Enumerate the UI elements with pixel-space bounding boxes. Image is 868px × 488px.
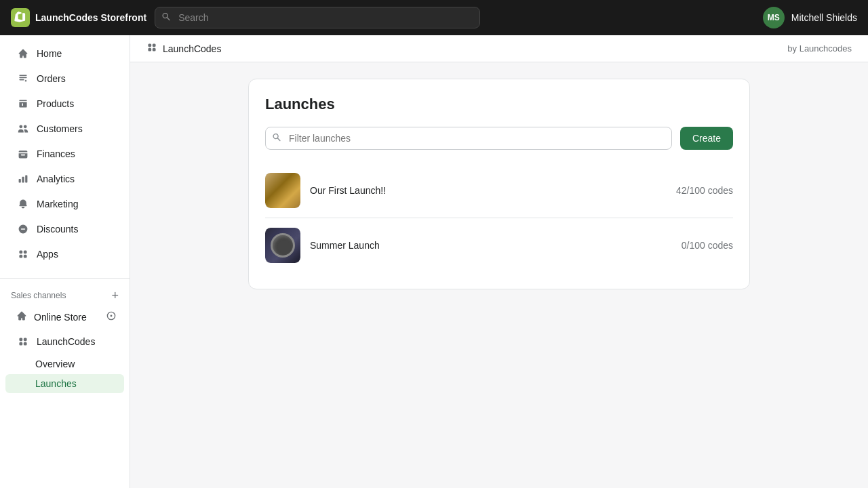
launch-thumbnail-2 — [265, 228, 300, 263]
launchcodes-icon — [16, 335, 30, 348]
sidebar-item-marketing[interactable]: Marketing — [5, 192, 124, 216]
brand-link[interactable]: LaunchCodes Storefront — [11, 8, 146, 27]
launch-thumbnail-1 — [265, 173, 300, 208]
online-store-label: Online Store — [34, 312, 87, 323]
filter-search-icon — [272, 133, 281, 144]
shopify-icon — [14, 12, 26, 24]
home-icon — [16, 47, 30, 60]
filter-row: Create — [265, 127, 733, 150]
search-bar — [155, 7, 480, 28]
brand-name: LaunchCodes Storefront — [35, 12, 146, 23]
sidebar-item-launchcodes[interactable]: LaunchCodes — [5, 329, 124, 354]
launch-item[interactable]: Our First Launch!! 42/100 codes — [265, 163, 733, 218]
sidebar-nav-section: Home Orders Products — [0, 35, 130, 272]
filter-launches-input[interactable] — [265, 127, 672, 150]
products-icon — [16, 97, 30, 110]
sidebar-item-products-label: Products — [37, 98, 74, 109]
sidebar-divider — [0, 278, 130, 279]
breadcrumb-text: LaunchCodes — [163, 43, 221, 54]
customers-icon — [16, 122, 30, 136]
online-store-icon — [16, 310, 27, 323]
sidebar-item-orders-label: Orders — [37, 73, 66, 84]
launch-name-2: Summer Launch — [310, 240, 682, 251]
sales-channels-header: Sales channels + — [0, 284, 130, 304]
sidebar-item-home-label: Home — [37, 48, 62, 59]
analytics-icon — [16, 172, 30, 186]
sidebar-sub-item-launches[interactable]: Launches — [5, 374, 124, 393]
card-title: Launches — [265, 96, 733, 113]
launches-card: Launches Create — [248, 79, 750, 289]
user-area: MS Mitchell Shields — [763, 7, 857, 28]
breadcrumb-icon — [146, 42, 157, 55]
online-store-settings-icon[interactable] — [106, 311, 116, 323]
global-search-input[interactable] — [155, 7, 480, 28]
sidebar-item-home[interactable]: Home — [5, 41, 124, 66]
user-name: Mitchell Shields — [791, 12, 857, 23]
main-area: Home Orders Products — [0, 35, 868, 488]
by-label: by Launchcodes — [787, 43, 852, 54]
top-bar: LaunchCodes Storefront MS Mitchell Shiel… — [0, 0, 868, 35]
filter-input-wrap — [265, 127, 672, 150]
sidebar-sub-item-overview[interactable]: Overview — [5, 354, 124, 373]
sidebar-item-discounts[interactable]: Discounts — [5, 217, 124, 241]
marketing-icon — [16, 197, 30, 211]
sidebar-item-finances-label: Finances — [37, 148, 75, 159]
sidebar: Home Orders Products — [0, 35, 130, 488]
orders-icon — [16, 72, 30, 85]
brand-logo — [11, 8, 30, 27]
app-frame: LaunchCodes Storefront MS Mitchell Shiel… — [0, 0, 868, 488]
sidebar-item-apps-label: Apps — [37, 249, 58, 260]
apps-icon — [16, 247, 30, 261]
avatar: MS — [763, 7, 785, 28]
sidebar-item-analytics-label: Analytics — [37, 174, 75, 184]
svg-rect-2 — [19, 79, 24, 81]
sidebar-item-analytics[interactable]: Analytics — [5, 167, 124, 191]
launchcodes-label: LaunchCodes — [37, 336, 95, 347]
discounts-icon — [16, 222, 30, 236]
sidebar-item-discounts-label: Discounts — [37, 224, 78, 235]
sidebar-sub-overview-label: Overview — [35, 359, 75, 369]
page-header-bar: LaunchCodes by Launchcodes — [130, 35, 868, 62]
create-button[interactable]: Create — [680, 127, 733, 150]
sidebar-sub-launches-label: Launches — [35, 378, 77, 389]
launch-item[interactable]: Summer Launch 0/100 codes — [265, 218, 733, 272]
breadcrumb: LaunchCodes — [146, 42, 221, 55]
sidebar-item-customers-label: Customers — [37, 123, 83, 134]
sales-channels-label: Sales channels — [11, 291, 66, 300]
sidebar-item-orders[interactable]: Orders — [5, 66, 124, 91]
content-area: LaunchCodes by Launchcodes Launches — [130, 35, 868, 488]
launch-codes-2: 0/100 codes — [682, 240, 733, 251]
svg-rect-1 — [19, 77, 26, 79]
svg-rect-0 — [19, 75, 26, 76]
launch-codes-1: 42/100 codes — [676, 185, 733, 196]
add-sales-channel-button[interactable]: + — [111, 289, 119, 302]
launch-name-1: Our First Launch!! — [310, 185, 676, 196]
sidebar-item-marketing-label: Marketing — [37, 199, 78, 209]
finances-icon — [16, 147, 30, 161]
sidebar-item-finances[interactable]: Finances — [5, 142, 124, 166]
search-icon — [161, 12, 171, 24]
sidebar-item-apps[interactable]: Apps — [5, 242, 124, 266]
online-store-left: Online Store — [16, 310, 87, 323]
launch-list: Our First Launch!! 42/100 codes Summer L… — [265, 163, 733, 272]
sidebar-item-products[interactable]: Products — [5, 92, 124, 116]
sidebar-item-online-store[interactable]: Online Store — [5, 305, 124, 329]
sidebar-item-customers[interactable]: Customers — [5, 117, 124, 141]
page-inner: Launches Create — [130, 62, 868, 306]
